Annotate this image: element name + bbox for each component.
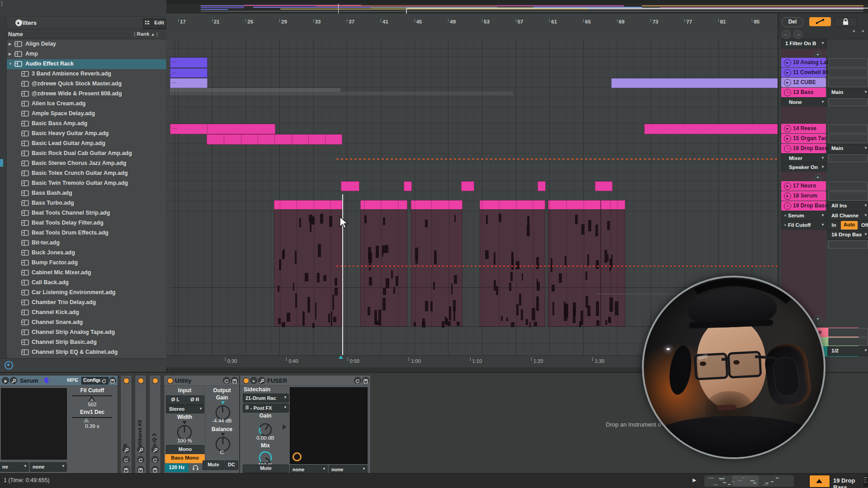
- group-track-header[interactable]: 1 Filter On B▼: [781, 39, 827, 49]
- fuser-device-header[interactable]: FUSER: [240, 375, 370, 386]
- collapsed-device[interactable]: Pro-Q 3: [149, 375, 161, 474]
- collapse-arrow-icon[interactable]: ▼: [9, 62, 12, 66]
- track-header[interactable]: ▶18 Serum: [781, 191, 826, 201]
- browser-item[interactable]: Buck Jones.adg: [6, 248, 166, 258]
- xy-y-chooser[interactable]: none▼: [329, 465, 368, 474]
- serum-device[interactable]: SerumMPEConfigure Fil Cutoff502Env1 Dec0…: [0, 375, 118, 474]
- utility-device-header[interactable]: Utility: [164, 375, 239, 386]
- fuser-mute-button[interactable]: Mute: [243, 465, 289, 473]
- fold-track-button[interactable]: [809, 475, 830, 488]
- browser-item[interactable]: Cabinet Mic Mixer.adg: [6, 268, 166, 278]
- draw-automation-button[interactable]: [809, 17, 831, 26]
- midi-clip-header[interactable]: [360, 200, 407, 210]
- plugin-edit-icon[interactable]: [258, 377, 265, 384]
- play-icon[interactable]: ▶: [784, 183, 791, 190]
- play-icon[interactable]: ▶: [784, 125, 791, 132]
- play-icon[interactable]: ▶: [784, 192, 791, 200]
- clip[interactable]: ...: [170, 78, 208, 88]
- browser-item[interactable]: Chamber Trio Delay.adg: [6, 298, 166, 308]
- monitor-auto-button[interactable]: Auto: [841, 221, 858, 230]
- browser-item[interactable]: Bump Factor.adg: [6, 258, 166, 268]
- browser-item[interactable]: Channel Strip Basic.adg: [6, 338, 166, 347]
- clip[interactable]: [341, 181, 359, 191]
- expand-arrow-icon[interactable]: ▶: [9, 52, 11, 56]
- browser-item[interactable]: Basic Rock Dual Cab Guitar Amp.adg: [6, 149, 166, 159]
- fold-icon[interactable]: ▾: [784, 202, 791, 210]
- clip[interactable]: [611, 78, 778, 88]
- io-empty-box[interactable]: [828, 154, 868, 162]
- browser-item[interactable]: Bass Turbo.adg: [6, 198, 166, 208]
- midi-clip-header[interactable]: [411, 200, 462, 210]
- save-preset-icon[interactable]: [109, 377, 116, 384]
- preview-globe-icon[interactable]: [5, 361, 13, 370]
- io-dropdown[interactable]: 1/2▼: [827, 346, 868, 356]
- xy-x-chooser[interactable]: none▼: [290, 465, 328, 474]
- io-empty-box[interactable]: [828, 98, 868, 106]
- browser-item[interactable]: Beat Tools Drum Effects.adg: [6, 228, 166, 238]
- browser-item[interactable]: Channel Snare.adg: [6, 318, 166, 328]
- bass-mono-freq[interactable]: 120 Hz: [165, 464, 189, 472]
- sidechain-chooser[interactable]: none▼: [30, 462, 67, 472]
- prev-chevron-icon[interactable]: «: [853, 28, 855, 33]
- midi-clip-body[interactable]: [274, 209, 342, 327]
- io-dropdown[interactable]: All Channe▼: [827, 211, 868, 221]
- serum-device-header[interactable]: SerumMPEConfigure: [0, 375, 118, 386]
- hot-swap-icon[interactable]: [354, 377, 361, 384]
- macro2-thumb[interactable]: [83, 418, 90, 422]
- chooser-dropdown[interactable]: Fil Cutoff▼: [781, 221, 827, 230]
- sidechain-tap-chooser[interactable]: - Post FX▼: [243, 404, 289, 413]
- play-icon[interactable]: ▶: [784, 69, 791, 76]
- edit-filters-button[interactable]: Edit: [143, 19, 167, 29]
- channel-mode-chooser[interactable]: Stereo▼: [166, 405, 204, 413]
- play-icon[interactable]: ▶: [784, 59, 791, 66]
- browser-item[interactable]: Basic Twin Tremolo Guitar Amp.adg: [6, 178, 166, 188]
- browser-item[interactable]: Call Back.adg: [6, 278, 166, 288]
- add-automation-button[interactable]: +: [814, 315, 822, 324]
- browser-item[interactable]: Basic Stereo Chorus Jazz Amp.adg: [6, 159, 166, 169]
- track-header[interactable]: ▾19 Drop Bass: [781, 201, 826, 211]
- browser-item[interactable]: Bass Bash.adg: [6, 188, 166, 198]
- device-on-toggle[interactable]: [123, 377, 130, 384]
- hot-swap-icon[interactable]: [100, 377, 108, 384]
- io-empty-box[interactable]: [828, 182, 868, 191]
- midi-clip-body[interactable]: [480, 209, 545, 327]
- clip[interactable]: [461, 181, 474, 191]
- track-header[interactable]: ≡16 Drop Bass: [781, 144, 826, 153]
- collapsed-device[interactable]: Multiband X6: [135, 375, 146, 474]
- browser-item[interactable]: Basic Heavy Guitar Amp.adg: [6, 129, 166, 139]
- fuser-device[interactable]: FUSER Sidechain21-Drum Rac▼- Post FX▼Gai…: [240, 375, 371, 474]
- browser-item[interactable]: Basic Lead Guitar Amp.adg: [6, 139, 166, 149]
- midi-clip-body[interactable]: [411, 209, 462, 327]
- io-empty-box[interactable]: [828, 192, 868, 201]
- track-header[interactable]: ▶15 Organ 7ac: [781, 134, 826, 143]
- io-dropdown[interactable]: Main▼: [827, 88, 868, 98]
- dc-button[interactable]: DC: [225, 460, 238, 470]
- browser-item[interactable]: Beat Tools Channel Strip.adg: [6, 208, 166, 218]
- browser-item[interactable]: @zdrewe Wide & Present 808.adg: [6, 89, 166, 99]
- browser-item[interactable]: Beat Tools Delay Filter.adg: [6, 218, 166, 228]
- hot-swap-icon[interactable]: [223, 377, 230, 384]
- chooser-dropdown[interactable]: Speaker On▼: [781, 163, 827, 172]
- beat-time-ruler[interactable]: 172125293337414549535761656973778185 Bui…: [166, 14, 778, 39]
- clip[interactable]: ...: [170, 57, 208, 68]
- device-on-toggle[interactable]: [152, 377, 159, 384]
- fold-device-icon[interactable]: [250, 377, 257, 384]
- io-empty-box[interactable]: [828, 134, 868, 143]
- device-play-icon[interactable]: [2, 377, 9, 384]
- io-empty-box[interactable]: [828, 78, 868, 87]
- browser-folder[interactable]: ▶Amp: [6, 49, 166, 59]
- device-on-toggle[interactable]: [137, 377, 144, 384]
- hot-swap-icon[interactable]: [123, 456, 130, 463]
- corner-device-icon[interactable]: [863, 475, 868, 488]
- clip[interactable]: ...: [170, 124, 275, 134]
- io-dropdown[interactable]: Main▼: [827, 144, 868, 154]
- next-chevron-icon[interactable]: »: [862, 28, 864, 33]
- sidechain-source-chooser[interactable]: 21-Drum Rac▼: [243, 394, 289, 403]
- utility-device[interactable]: Utility InputØ LØ RStereo▼Width100 %Mono…: [164, 375, 240, 474]
- browser-item[interactable]: Channel Kick.adg: [6, 308, 166, 318]
- clip[interactable]: [644, 124, 778, 134]
- mute-button[interactable]: Mute: [203, 460, 224, 470]
- browser-item[interactable]: Channel Strip EQ & Cabinet.adg: [6, 347, 166, 357]
- mono-button[interactable]: Mono: [166, 445, 204, 455]
- track-header[interactable]: ▶14 Reese: [781, 124, 826, 133]
